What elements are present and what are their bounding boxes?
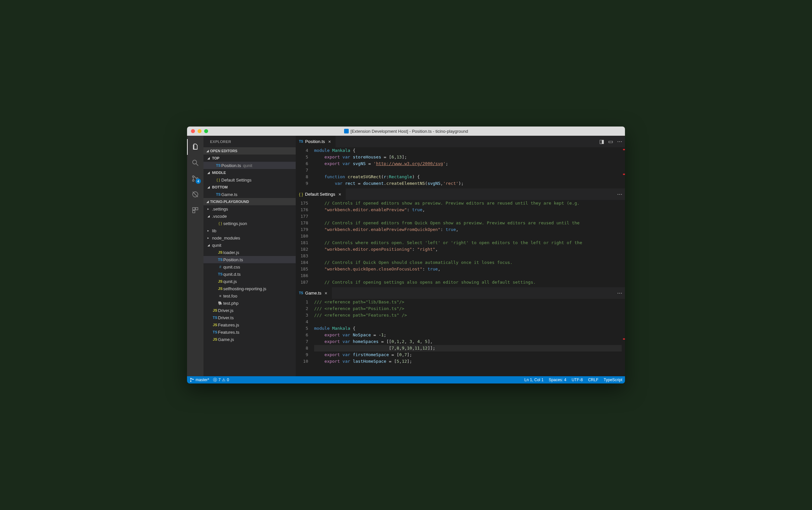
status-spaces[interactable]: Spaces: 4: [549, 377, 566, 382]
activity-debug[interactable]: [187, 187, 204, 202]
tree-file[interactable]: JSDriver.js: [204, 307, 296, 314]
open-editor-item[interactable]: TSPosition.tsqunit: [204, 162, 296, 169]
minimap[interactable]: [622, 200, 625, 287]
status-branch[interactable]: master*: [190, 377, 209, 382]
tree-file[interactable]: TSFeatures.ts: [204, 329, 296, 336]
warning-icon: ⚠: [222, 377, 225, 382]
tree-file[interactable]: 🐘test.php: [204, 300, 296, 307]
tree-file[interactable]: TSPosition.ts: [204, 256, 296, 263]
open-editors-group-header[interactable]: ◢MIDDLE: [204, 169, 296, 176]
open-editors-group-header[interactable]: ◢TOP: [204, 154, 296, 162]
main: 4 EXPLORER ◢ OPEN EDITORS ◢TOPTSPosition…: [187, 136, 625, 376]
svg-rect-7: [192, 207, 195, 210]
window: [Extension Development Host] - Position.…: [187, 126, 625, 384]
editor-group-middle: { } Default Settings × ⋯ 175176177178179…: [296, 189, 625, 287]
more-actions-icon[interactable]: ⋯: [617, 290, 622, 296]
tree-file[interactable]: JSloader.js: [204, 249, 296, 256]
split-editor-icon[interactable]: ◨: [599, 138, 604, 145]
status-eol[interactable]: CRLF: [588, 377, 598, 382]
tree-file[interactable]: ≡test.foo: [204, 292, 296, 300]
window-title: [Extension Development Host] - Position.…: [187, 129, 625, 134]
tab-actions-middle: ⋯: [617, 191, 622, 197]
tree-folder[interactable]: ◢qunit: [204, 242, 296, 249]
window-maximize-button[interactable]: [204, 129, 208, 133]
minimap[interactable]: [622, 147, 625, 188]
status-encoding[interactable]: UTF-8: [572, 377, 583, 382]
window-minimize-button[interactable]: [198, 129, 202, 133]
close-icon[interactable]: ×: [323, 290, 329, 296]
tab-label: Position.ts: [305, 139, 325, 144]
status-errors-count: 7: [218, 377, 221, 382]
tree-file[interactable]: TSDriver.ts: [204, 314, 296, 321]
editor-group-top: TS Position.ts × ◨ ▭ ⋯ 456789 module Man…: [296, 136, 625, 189]
tab-actions-bottom: ⋯: [617, 290, 622, 296]
tree-file[interactable]: TSqunit.d.ts: [204, 271, 296, 278]
tree-file[interactable]: JSqunit.js: [204, 278, 296, 285]
close-icon[interactable]: ×: [327, 139, 332, 144]
tree-folder[interactable]: ◢.vscode: [204, 213, 296, 220]
editor-group-bottom: TS Game.ts × ⋯ 12345678910 /// <referenc…: [296, 287, 625, 376]
section-open-editors[interactable]: ◢ OPEN EDITORS: [204, 147, 296, 154]
open-editor-item[interactable]: { }Default Settings: [204, 176, 296, 183]
tree-file[interactable]: JSFeatures.js: [204, 321, 296, 329]
statusbar: master* ⓧ 7 ⚠ 0 Ln 1, Col 1 Spaces: 4 UT…: [187, 376, 625, 384]
tree-folder[interactable]: ▸lib: [204, 227, 296, 234]
more-actions-icon[interactable]: ⋯: [617, 138, 622, 145]
tab-default-settings[interactable]: { } Default Settings ×: [296, 189, 346, 200]
debug-icon: [191, 191, 199, 198]
svg-point-3: [192, 180, 194, 181]
tab-label: Default Settings: [305, 192, 335, 197]
toggle-layout-icon[interactable]: ▭: [608, 138, 613, 145]
window-close-button[interactable]: [191, 129, 195, 133]
editor-area: TS Position.ts × ◨ ▭ ⋯ 456789 module Man…: [296, 136, 625, 376]
search-icon: [191, 159, 199, 167]
tab-game-ts[interactable]: TS Game.ts ×: [296, 287, 332, 299]
chevron-down-icon: ◢: [205, 200, 210, 203]
titlebar: [Extension Development Host] - Position.…: [187, 126, 625, 136]
json-icon: { }: [299, 192, 303, 197]
svg-point-2: [192, 176, 194, 177]
code-editor-middle[interactable]: 175176177178179180181182183184185186187 …: [296, 200, 625, 287]
tree-folder[interactable]: ▸node_modules: [204, 234, 296, 242]
git-branch-icon: [190, 377, 194, 382]
tree-file[interactable]: JSGame.js: [204, 336, 296, 343]
tree-file[interactable]: { }settings.json: [204, 220, 296, 227]
chevron-down-icon: ◢: [205, 149, 210, 152]
window-title-text: [Extension Development Host] - Position.…: [351, 129, 468, 134]
file-tree: ▸.settings◢.vscode{ }settings.json▸lib▸n…: [204, 205, 296, 376]
scm-badge: 4: [196, 178, 201, 184]
more-actions-icon[interactable]: ⋯: [617, 191, 622, 197]
vscode-icon: [344, 129, 349, 134]
error-icon: ⓧ: [213, 377, 217, 383]
activity-scm[interactable]: 4: [187, 171, 204, 187]
tree-file[interactable]: JSselfhosting-reporting.js: [204, 285, 296, 292]
status-language[interactable]: TypeScript: [604, 377, 622, 382]
code-editor-bottom[interactable]: 12345678910 /// <reference path="lib/Bas…: [296, 299, 625, 376]
tab-label: Game.ts: [305, 290, 321, 295]
sidebar-explorer: EXPLORER ◢ OPEN EDITORS ◢TOPTSPosition.t…: [204, 136, 296, 376]
tabs-middle: { } Default Settings × ⋯: [296, 189, 625, 200]
tree-file[interactable]: #qunit.css: [204, 263, 296, 271]
svg-point-0: [192, 160, 197, 164]
tree-folder[interactable]: ▸.settings: [204, 205, 296, 213]
open-editor-item[interactable]: TSGame.ts: [204, 191, 296, 198]
tab-actions-top: ◨ ▭ ⋯: [599, 138, 622, 145]
tab-position-ts[interactable]: TS Position.ts ×: [296, 136, 335, 147]
section-open-editors-label: OPEN EDITORS: [210, 149, 237, 153]
svg-rect-8: [196, 207, 198, 210]
section-workspace-label: TICINO-PLAYGROUND: [210, 200, 249, 204]
tabs-top: TS Position.ts × ◨ ▭ ⋯: [296, 136, 625, 147]
status-problems[interactable]: ⓧ 7 ⚠ 0: [213, 377, 229, 383]
svg-line-1: [196, 164, 198, 166]
traffic-lights: [187, 129, 208, 133]
section-workspace[interactable]: ◢ TICINO-PLAYGROUND: [204, 198, 296, 205]
activity-explorer[interactable]: [187, 139, 204, 155]
status-cursor[interactable]: Ln 1, Col 1: [524, 377, 544, 382]
minimap[interactable]: [622, 299, 625, 376]
close-icon[interactable]: ×: [337, 192, 342, 197]
activity-bar: 4: [187, 136, 204, 376]
code-editor-top[interactable]: 456789 module Mankala { export var store…: [296, 147, 625, 188]
activity-search[interactable]: [187, 155, 204, 171]
activity-extensions[interactable]: [187, 202, 204, 218]
open-editors-group-header[interactable]: ◢BOTTOM: [204, 183, 296, 191]
